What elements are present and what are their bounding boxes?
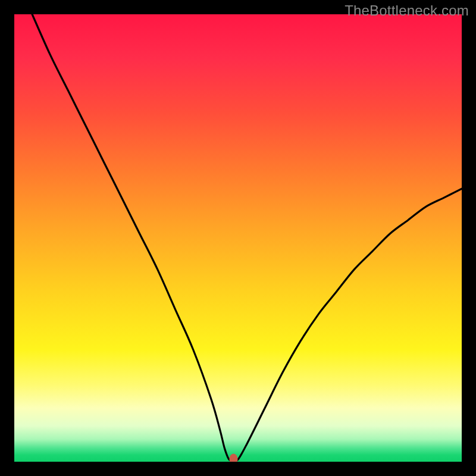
curve-svg: [14, 14, 462, 462]
bottleneck-curve: [32, 14, 462, 461]
plot-area: [14, 14, 462, 462]
minimum-marker: [229, 453, 237, 462]
chart-frame: TheBottleneck.com: [0, 0, 476, 476]
watermark-text: TheBottleneck.com: [345, 2, 469, 19]
